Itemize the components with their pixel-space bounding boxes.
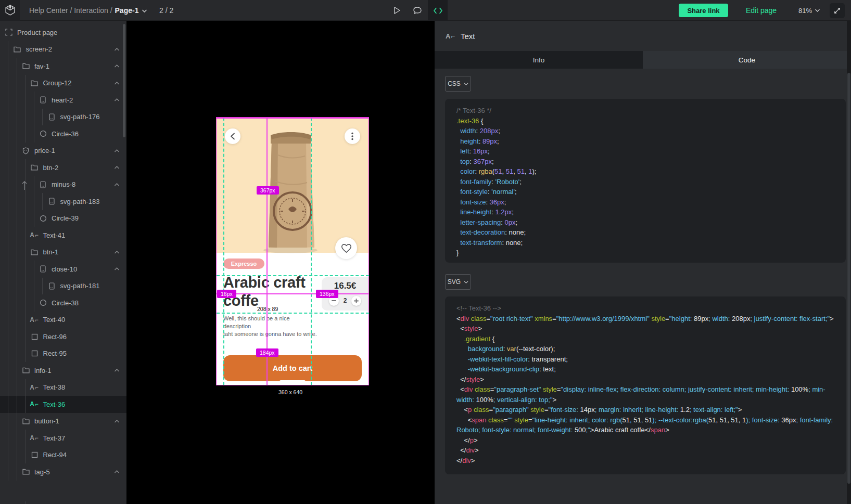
layer-row-circle-36[interactable]: Circle-36 — [0, 125, 126, 143]
expand-icon — [833, 7, 841, 15]
code-line: <!-- Text-36 --> — [456, 303, 834, 314]
layer-row-close-10[interactable]: close-10 — [0, 261, 126, 278]
layer-label: Text-40 — [43, 316, 66, 324]
add-to-cart-button[interactable]: Add to cart — [223, 355, 362, 381]
layer-row-circle-39[interactable]: Circle-39 — [0, 210, 126, 227]
layer-row-minus-8[interactable]: minus-8 — [0, 176, 126, 193]
layer-row-circle-38[interactable]: Circle-38 — [0, 294, 126, 312]
indent-guide — [17, 396, 17, 413]
layer-label: btn-2 — [43, 164, 59, 172]
share-link-button[interactable]: Share link — [679, 4, 728, 17]
product-tag[interactable]: Expresso — [223, 259, 264, 269]
code-line: /* Text-36 */ — [456, 106, 834, 116]
layer-row-fav-1[interactable]: fav-1 — [0, 58, 126, 75]
code-line: font-style: 'normal'; — [456, 187, 834, 197]
product-image-area[interactable] — [217, 118, 369, 253]
code-line: </style> — [456, 374, 834, 385]
design-canvas[interactable]: Expresso Arabic craft coffe 16.5€ 2 Well… — [126, 21, 435, 504]
layer-row-info-1[interactable]: info-1 — [0, 362, 126, 379]
collapse-chevron-icon[interactable] — [114, 419, 120, 423]
measure-bottom-label: 184px — [256, 348, 278, 357]
page-counter: 2 / 2 — [159, 0, 173, 21]
screen-frame[interactable]: Expresso Arabic craft coffe 16.5€ 2 Well… — [217, 118, 369, 385]
indent-guide — [8, 143, 8, 160]
layer-row-svg-path-176[interactable]: svg-path-176 — [0, 109, 126, 126]
svg-code-block[interactable]: <!-- Text-36 --><div class="root rich-te… — [445, 296, 846, 474]
fullscreen-button[interactable] — [830, 3, 845, 18]
layer-row-svg-path-181[interactable]: svg-path-181 — [0, 278, 126, 295]
indent-guide — [8, 413, 8, 430]
edit-page-link[interactable]: Edit page — [746, 0, 777, 21]
zoom-selector[interactable]: 81% — [798, 0, 820, 21]
collapse-chevron-icon[interactable] — [114, 470, 120, 474]
layer-row-product page[interactable]: Product page — [0, 24, 126, 41]
indent-guide — [25, 75, 26, 92]
play-button[interactable] — [387, 0, 407, 21]
layer-row-rect-95[interactable]: Rect-95 — [0, 345, 126, 363]
code-line: <div class="root rich-text" xmlns="http:… — [456, 314, 834, 324]
collapse-chevron-icon[interactable] — [114, 165, 120, 170]
inspector-scrollbar-thumb[interactable] — [847, 73, 850, 484]
css-format-select[interactable]: CSS — [445, 76, 471, 92]
back-button[interactable] — [225, 128, 240, 144]
collapse-chevron-icon[interactable] — [114, 267, 120, 271]
collapse-chevron-icon[interactable] — [114, 149, 120, 153]
layer-label: minus-8 — [52, 180, 75, 188]
layer-label: Text-36 — [43, 400, 66, 408]
layer-label: screen-2 — [26, 45, 53, 53]
guide-vertical-left — [223, 118, 224, 385]
layer-row-btn-1[interactable]: btn-1 — [0, 244, 126, 261]
layer-row-screen-2[interactable]: screen-2 — [0, 41, 126, 58]
layer-row-tag-5[interactable]: tag-5 — [0, 463, 126, 481]
code-line: -webkit-text-fill-color: transparent; — [456, 354, 834, 365]
tab-code[interactable]: Code — [643, 51, 851, 69]
layer-row-svg-path-183[interactable]: svg-path-183 — [0, 193, 126, 210]
code-button[interactable] — [428, 0, 448, 21]
indent-guide — [17, 413, 17, 430]
indent-guide — [8, 396, 8, 413]
tab-info[interactable]: Info — [435, 51, 643, 69]
layer-row-text-41[interactable]: A⌐Text-41 — [0, 227, 126, 244]
product-title[interactable]: Arabic craft coffe — [223, 274, 313, 310]
inspector-panel: A⌐ Text Info Code CSS /* Text-36 */.text… — [435, 21, 851, 504]
css-code-block[interactable]: /* Text-36 */.text-36 { width: 208px; he… — [445, 99, 846, 263]
app-logo[interactable] — [0, 0, 20, 21]
layer-label: Text-38 — [43, 383, 66, 391]
layer-row-group-12[interactable]: Group-12 — [0, 75, 126, 92]
favorite-button[interactable] — [335, 237, 357, 259]
layer-row-rect-94[interactable]: Rect-94 — [0, 447, 126, 464]
collapse-chevron-icon[interactable] — [114, 183, 120, 187]
indent-guide — [8, 109, 8, 126]
collapse-chevron-icon[interactable] — [114, 368, 120, 372]
collapse-chevron-icon[interactable] — [114, 98, 120, 102]
layer-row-text-37[interactable]: A⌐Text-37 — [0, 430, 126, 447]
comment-button[interactable] — [408, 0, 427, 21]
collapse-chevron-icon[interactable] — [114, 47, 120, 51]
layer-row-text-36[interactable]: A⌐Text-36 — [0, 396, 126, 413]
svg-format-select[interactable]: SVG — [445, 274, 471, 290]
layer-tree: Product pagescreen-2fav-1Group-12heart-2… — [0, 24, 126, 481]
collapse-chevron-icon[interactable] — [114, 81, 120, 85]
layer-row-btn-2[interactable]: btn-2 — [0, 159, 126, 176]
indent-guide — [8, 328, 8, 345]
collapse-chevron-icon[interactable] — [114, 250, 120, 254]
indent-guide — [25, 125, 26, 143]
plus-button[interactable] — [351, 296, 361, 306]
chevron-down-icon — [142, 6, 147, 15]
inspector-scrollbar-track[interactable] — [847, 21, 851, 504]
layer-row-text-40[interactable]: A⌐Text-40 — [0, 312, 126, 329]
layer-row-heart-2[interactable]: heart-2 — [0, 92, 126, 109]
menu-button[interactable] — [345, 128, 360, 144]
guide-vertical-right — [311, 118, 312, 385]
layer-row-text-38[interactable]: A⌐Text-38 — [0, 379, 126, 396]
layer-row-rect-96[interactable]: Rect-96 — [0, 328, 126, 345]
sidebar-scrollbar[interactable] — [123, 24, 125, 137]
collapse-chevron-icon[interactable] — [114, 64, 120, 68]
text-size-label: 208 x 89 — [257, 306, 278, 312]
indent-guide — [26, 501, 26, 504]
folder-icon — [31, 248, 39, 256]
breadcrumb[interactable]: Help Center / Interaction / Page-1 — [29, 0, 147, 21]
layer-row-price-1[interactable]: price-1 — [0, 143, 126, 160]
layer-row-button-1[interactable]: button-1 — [0, 413, 126, 430]
indent-guide — [8, 244, 8, 261]
